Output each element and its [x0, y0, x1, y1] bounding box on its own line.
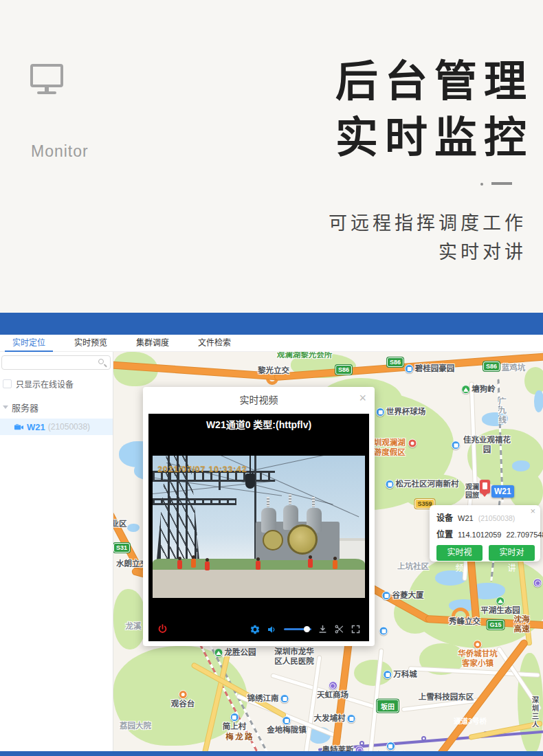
popup-device-row: 设备 W21 (21050038) [436, 511, 535, 523]
realtime-video-button[interactable]: 实时视频 [436, 545, 483, 561]
device-map-tag[interactable]: W21 [491, 485, 514, 498]
road-shield: S86 [335, 365, 352, 375]
tree-node-server[interactable]: 服务器 [3, 401, 113, 414]
tree-node-device-w21[interactable]: W21 (21050038) [0, 419, 113, 435]
online-only-row: 只显示在线设备 [3, 378, 113, 390]
popup-device-id: (21050038) [478, 514, 516, 522]
road-shield: S86 [387, 357, 403, 367]
tab-cluster-dispatch[interactable]: 集群调度 [136, 335, 169, 352]
online-only-checkbox[interactable] [3, 379, 12, 388]
video-controls-right [250, 624, 361, 635]
search-input[interactable] [6, 357, 96, 368]
road-shield: S86 [483, 362, 500, 371]
fullscreen-icon[interactable] [351, 624, 361, 634]
map-label-text: 万科城 [393, 670, 417, 680]
speaker-icon[interactable] [267, 624, 278, 635]
page: Monitor 后台管理 实时监控 可远程指挥调度工作 实时对讲 实时定位 实时… [0, 0, 543, 756]
map-label: 世界杯球场 [376, 408, 426, 417]
map-label-text: 梅龙路 [223, 730, 252, 744]
app-header-bar [0, 313, 543, 335]
settings-gear-icon[interactable] [250, 624, 261, 635]
tab-file-search[interactable]: 文件检索 [198, 335, 231, 352]
map-label: 金地梅陇镇 [267, 716, 307, 735]
map-label-text: 平湖生态园 [480, 606, 520, 616]
tab-realtime-preview[interactable]: 实时预览 [74, 335, 107, 352]
map-label-text: 龙溪 [126, 622, 142, 632]
map-label-text: 黎光立交 [258, 366, 289, 376]
road-shield: 坂田 [377, 700, 399, 713]
volume-slider-knob[interactable] [304, 626, 310, 632]
map-label: 深圳市龙华 区人民医院 [274, 647, 314, 667]
modal-close-icon[interactable]: × [359, 392, 366, 404]
map-label: 松元社区河南新村 [386, 480, 459, 489]
poi-purple-icon [329, 681, 337, 690]
poi-green-icon [461, 385, 470, 394]
map-label-text: 深圳 三人 [532, 696, 540, 729]
hero-title-line1: 后台管理 [335, 54, 533, 110]
popup-device-label: 设备 [436, 511, 453, 523]
realtime-talk-button[interactable]: 实时对讲 [489, 545, 535, 561]
video-stream-title: W21通道0 类型:(httpflv) [148, 417, 369, 431]
power-icon[interactable] [157, 623, 168, 635]
metro-station [359, 741, 364, 746]
map-label-text: 碧桂园豪园 [415, 364, 455, 374]
camera-icon [14, 422, 24, 432]
page-bottom-bar [0, 751, 543, 756]
poi-blue-icon [282, 716, 291, 725]
cable-reel-small [263, 530, 283, 551]
map-label: 观澜湖黎光会所 [277, 352, 333, 360]
map-label: 梅龙路 [223, 730, 252, 744]
worker-figure [205, 562, 210, 570]
map-label: 大族云峰 [375, 742, 406, 751]
map-label: 沈海高速 [511, 615, 533, 634]
popup-longitude: 114.1012059 [458, 531, 501, 539]
poi-red-icon [408, 439, 417, 448]
worker-figure [333, 560, 337, 569]
map-label: 黎光立交 [258, 366, 289, 376]
map-label: 荔园大院 [120, 722, 151, 731]
map-label: 华侨城甘坑 客家小镇 [458, 640, 498, 669]
device-map-pin[interactable] [480, 480, 490, 493]
video-controls [157, 623, 361, 635]
road-shield: 通道3号桥 [452, 715, 489, 726]
search-icon[interactable] [98, 359, 104, 364]
poi-blue-icon [383, 670, 392, 679]
map-label-text: 上坑社区 [397, 562, 429, 572]
map-label: 观澜 园旅 [465, 483, 479, 500]
poi-blue-icon [386, 742, 395, 751]
map-label: 塘狗岭 [461, 385, 496, 394]
worker-figure [256, 561, 261, 570]
map-label: 业区 [113, 520, 127, 529]
device-name: W21 [27, 422, 45, 432]
map-label-text: 塘狗岭 [472, 385, 496, 394]
map-lake [534, 390, 543, 412]
popup-location-row: 位置 114.1012059 22.7097548 [436, 528, 535, 540]
map-label-text: 华侨城甘坑 客家小镇 [458, 649, 498, 669]
download-icon[interactable] [318, 624, 328, 634]
map-label-text: 奥特莱斯 [322, 746, 354, 751]
hero-title: 后台管理 实时监控 [335, 54, 527, 166]
volume-slider[interactable] [284, 628, 311, 630]
worker-figure [191, 559, 196, 568]
map-label: 广九线 [496, 397, 506, 425]
popup-close-icon[interactable]: × [530, 507, 535, 515]
map-label: 上坑社区 [397, 562, 429, 572]
map-label: 谷菱大厦 [382, 591, 424, 601]
poi-blue-icon [386, 480, 395, 489]
device-popup: × 设备 W21 (21050038) 位置 114.1012059 22.70… [430, 505, 540, 562]
poi-blue-icon [379, 627, 388, 636]
clip-scissors-icon[interactable] [334, 624, 344, 634]
road-shield: S31 [113, 543, 130, 553]
popup-latitude: 22.7097548 [506, 531, 543, 539]
video-player: W21通道0 类型:(httpflv) [148, 414, 369, 641]
hero-section: Monitor 后台管理 实时监控 可远程指挥调度工作 实时对讲 [0, 0, 543, 313]
search-box [1, 355, 111, 370]
tab-realtime-location[interactable]: 实时定位 [12, 335, 45, 352]
caret-down-icon[interactable] [3, 405, 8, 409]
popup-location-label: 位置 [436, 528, 453, 540]
device-id: (21050038) [48, 422, 90, 432]
map-label-text: 锦绣江南 [247, 694, 279, 704]
map-label: 锦绣江南 [247, 694, 289, 704]
map-label: 蓝鸡坑 [502, 364, 526, 373]
map-label: 秀峰立交 [449, 617, 480, 627]
